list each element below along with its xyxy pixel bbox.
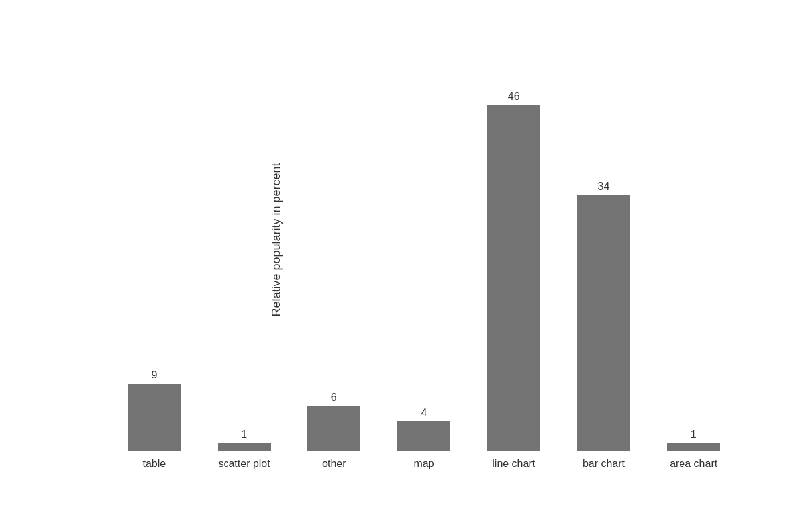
bar-bar-chart bbox=[577, 195, 630, 451]
x-label-area-chart: area chart bbox=[648, 458, 738, 470]
x-label-table: table bbox=[109, 458, 199, 470]
x-labels: tablescatter plotothermapline chartbar c… bbox=[96, 451, 752, 504]
bar-group-line-chart: 46 bbox=[469, 41, 559, 451]
bar-value-scatter-plot: 1 bbox=[241, 429, 247, 441]
x-label-scatter-plot: scatter plot bbox=[199, 458, 289, 470]
bar-group-other: 6 bbox=[289, 41, 379, 451]
bar-area-chart bbox=[667, 443, 720, 451]
bar-scatter-plot bbox=[218, 443, 271, 451]
chart-wrapper: Relative popularity in percent 916446341… bbox=[56, 28, 752, 504]
bar-value-other: 6 bbox=[331, 392, 337, 404]
bar-value-area-chart: 1 bbox=[691, 429, 697, 441]
bar-group-bar-chart: 34 bbox=[559, 41, 649, 451]
bar-other bbox=[307, 406, 360, 451]
bar-value-map: 4 bbox=[421, 407, 427, 419]
x-label-map: map bbox=[379, 458, 469, 470]
x-label-line-chart: line chart bbox=[469, 458, 559, 470]
x-label-other: other bbox=[289, 458, 379, 470]
bar-group-map: 4 bbox=[379, 41, 469, 451]
bar-value-table: 9 bbox=[151, 369, 157, 381]
bar-value-bar-chart: 34 bbox=[598, 181, 610, 193]
bar-group-scatter-plot: 1 bbox=[199, 41, 289, 451]
bar-table bbox=[128, 384, 181, 451]
x-label-bar-chart: bar chart bbox=[559, 458, 649, 470]
bar-group-area-chart: 1 bbox=[648, 41, 738, 451]
chart-container: Relative popularity in percent 916446341… bbox=[0, 0, 808, 532]
bar-map bbox=[397, 421, 450, 451]
bar-value-line-chart: 46 bbox=[508, 91, 520, 103]
bar-line-chart bbox=[487, 105, 540, 451]
chart-area: 916446341 bbox=[96, 41, 752, 451]
bar-group-table: 9 bbox=[109, 41, 199, 451]
